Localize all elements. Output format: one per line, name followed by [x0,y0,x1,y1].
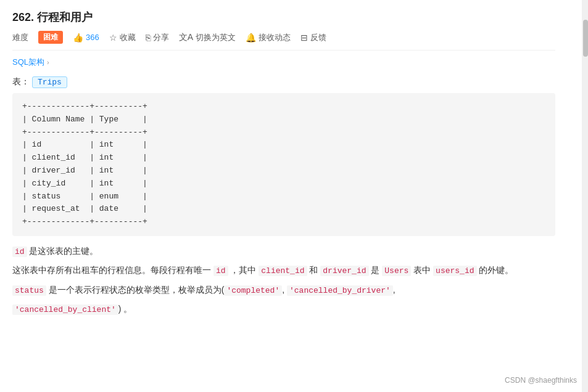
status-inline: status [12,285,46,296]
favorite-button[interactable]: ☆ 收藏 [109,32,136,43]
translate-button[interactable]: 文A 切换为英文 [179,32,236,43]
desc-line-3: status 是一个表示行程状态的枚举类型，枚举成员为('completed',… [12,282,555,298]
id-inline: id [213,266,228,276]
difficulty-label: 难度 [12,32,28,43]
status-cancelled-client: 'cancelled_by_client' [12,304,118,315]
status-cancelled-driver: 'cancelled_by_driver' [287,285,393,296]
desc-line-1: id 是这张表的主键。 [12,243,555,259]
bell-icon: 🔔 [246,33,256,43]
client-id-inline: client_id [259,266,307,276]
title-section: 262. 行程和用户 难度 困难 👍 366 ☆ 收藏 ⎘ 分享 [12,10,555,44]
page-container: 262. 行程和用户 难度 困难 👍 366 ☆ 收藏 ⎘ 分享 [0,0,588,392]
feedback-icon: ⊟ [300,33,308,43]
problem-title: 262. 行程和用户 [12,10,555,25]
scrollbar[interactable] [582,0,588,392]
toolbar: 难度 困难 👍 366 ☆ 收藏 ⎘ 分享 文A 切换为英文 [12,31,555,44]
like-count: 366 [86,33,99,42]
feedback-button[interactable]: ⊟ 反馈 [300,32,326,43]
breadcrumb: SQL架构 › [12,57,555,68]
users-inline: Users [382,266,411,276]
like-icon: 👍 [73,33,83,43]
table-label-section: 表： Trips [12,76,555,88]
star-icon: ☆ [109,33,117,43]
feedback-label: 反馈 [310,32,326,43]
share-button[interactable]: ⎘ 分享 [146,32,169,43]
favorite-label: 收藏 [120,32,136,43]
table-prefix: 表： [12,76,30,86]
translate-icon: 文A [179,32,193,43]
translate-label: 切换为英文 [196,32,236,43]
id-code: id [12,247,27,257]
difficulty-badge: 困难 [38,31,63,44]
schema-code-block: +-------------+----------+ | Column Name… [12,93,555,236]
table-name-badge: Trips [32,76,67,88]
scrollbar-thumb[interactable] [583,20,588,57]
desc-line-4: 'cancelled_by_client') 。 [12,301,555,317]
share-icon: ⎘ [146,33,151,43]
csdn-watermark: CSDN @shaegfthinks [505,376,577,385]
like-button[interactable]: 👍 366 [73,33,99,43]
notify-button[interactable]: 🔔 接收动态 [246,32,291,43]
breadcrumb-separator: › [47,59,49,66]
breadcrumb-sql[interactable]: SQL架构 [12,57,44,68]
share-label: 分享 [153,32,169,43]
driver-id-inline: driver_id [320,266,368,276]
status-completed: 'completed' [224,285,282,296]
divider [12,50,555,51]
desc-line-2: 这张表中存所有出租车的行程信息。每段行程有唯一 id ，其中 client_id… [12,263,555,278]
main-content: 262. 行程和用户 难度 困难 👍 366 ☆ 收藏 ⎘ 分享 [0,0,568,392]
notify-label: 接收动态 [259,32,291,43]
users-id-inline: users_id [433,266,476,276]
